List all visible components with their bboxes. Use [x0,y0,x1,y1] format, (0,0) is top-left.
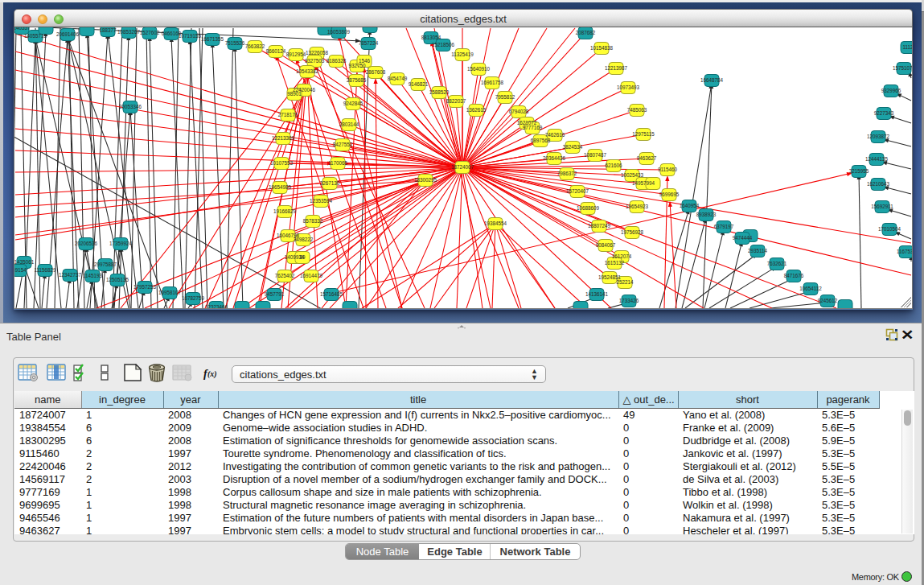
svg-text:20364436: 20364436 [543,155,566,161]
svg-text:9457791: 9457791 [265,291,285,297]
svg-text:16782759: 16782759 [182,295,205,301]
svg-text:8813054: 8813054 [421,35,441,40]
svg-text:8186328: 8186328 [326,58,347,64]
svg-text:8454749: 8454749 [388,76,408,81]
svg-text:15218506: 15218506 [432,42,455,47]
svg-text:12353594: 12353594 [310,198,333,204]
svg-text:932750: 932750 [348,63,366,68]
svg-text:9463627: 9463627 [637,155,657,161]
svg-text:9084067: 9084067 [596,242,616,248]
svg-text:1640954: 1640954 [680,203,700,208]
svg-text:6897568: 6897568 [531,138,551,143]
svg-text:1170065: 1170065 [328,160,348,166]
svg-text:1588520: 1588520 [429,89,450,95]
svg-text:11156829: 11156829 [34,267,56,273]
svg-text:(x): (x) [207,369,217,379]
svg-text:98901: 98901 [287,91,302,97]
svg-text:188377: 188377 [99,27,117,33]
svg-text:12323466: 12323466 [205,304,228,309]
svg-text:8578332: 8578332 [303,218,323,224]
svg-text:7462616: 7462616 [545,132,565,138]
svg-text:16053809: 16053809 [327,29,351,35]
svg-text:15751074: 15751074 [893,65,912,71]
svg-text:14957994: 14957994 [632,180,655,186]
svg-text:12213987: 12213987 [605,65,628,71]
svg-text:2803144: 2803144 [339,122,359,127]
svg-text:3875685: 3875685 [347,77,367,83]
svg-text:10154838: 10154838 [590,45,614,51]
svg-text:8822037: 8822037 [446,98,466,104]
svg-text:16210643: 16210643 [867,181,890,187]
svg-text:9329966: 9329966 [881,88,901,93]
svg-text:621606: 621606 [605,163,622,168]
svg-text:10107553: 10107553 [270,160,294,166]
svg-text:18300295: 18300295 [414,177,437,183]
svg-text:9146821: 9146821 [409,81,429,87]
svg-text:15640910: 15640910 [467,66,491,72]
svg-text:3267130: 3267130 [320,180,340,186]
svg-text:252214: 252214 [616,279,634,285]
svg-text:2867608: 2867608 [366,69,386,75]
svg-text:7485063: 7485063 [627,107,647,113]
svg-text:13226058: 13226058 [306,50,329,56]
svg-text:1435061: 1435061 [14,259,35,265]
svg-text:3498222: 3498222 [294,237,314,242]
svg-text:1362615: 1362615 [466,107,487,113]
svg-text:9115460: 9115460 [658,167,678,172]
svg-text:1615132: 1615132 [605,260,625,266]
svg-text:20691406: 20691406 [56,31,80,37]
svg-text:12975115: 12975115 [632,131,655,137]
svg-text:39154: 39154 [14,267,27,273]
svg-text:1733426: 1733426 [619,298,639,303]
svg-text:2718176: 2718176 [278,112,298,117]
svg-text:10958107: 10958107 [158,290,182,295]
svg-text:8471676: 8471676 [784,273,804,278]
svg-text:140557: 140557 [14,27,31,31]
svg-text:10688609: 10688609 [577,205,600,211]
svg-text:12213369: 12213369 [272,135,295,141]
svg-text:15692911: 15692911 [871,204,893,209]
svg-text:17010504: 17010504 [878,226,901,232]
svg-text:7632621: 7632621 [767,261,787,266]
svg-text:12444135: 12444135 [865,156,889,162]
svg-text:2087682: 2087682 [576,30,596,35]
svg-text:12505135: 12505135 [106,277,129,282]
svg-text:7857224: 7857224 [359,40,379,46]
svg-text:8912954: 8912954 [286,51,306,57]
svg-text:11325419: 11325419 [451,51,474,57]
svg-text:3824534: 3824534 [563,144,583,150]
svg-text:16648784: 16648784 [700,77,724,83]
svg-text:10853267: 10853267 [117,29,141,35]
svg-text:17957253: 17957253 [133,284,157,290]
svg-text:19654923: 19654923 [626,204,649,209]
svg-text:8660124: 8660124 [266,48,286,54]
svg-text:12093872: 12093872 [867,134,890,139]
svg-text:9474444: 9474444 [733,235,753,241]
svg-text:19654985: 19654985 [269,184,292,190]
svg-text:7625402: 7625402 [275,273,295,278]
svg-text:6794028: 6794028 [509,109,529,114]
svg-text:6379197: 6379197 [714,224,734,229]
svg-text:8938923: 8938923 [696,212,717,217]
svg-text:10654112: 10654112 [799,286,822,291]
svg-text:7663822: 7663822 [245,43,265,49]
svg-text:16671355: 16671355 [201,36,224,42]
svg-text:9245612: 9245612 [818,298,838,303]
svg-text:1145193: 1145193 [83,273,103,278]
svg-text:18724007: 18724007 [451,164,474,170]
svg-text:10719155: 10719155 [179,33,202,39]
svg-text:10025433: 10025433 [621,172,644,178]
svg-text:1612074: 1612074 [612,253,632,259]
svg-text:1167533: 1167533 [897,249,912,254]
svg-text:15720407: 15720407 [566,188,589,194]
svg-text:1112: 1112 [902,44,912,50]
svg-text:1546: 1546 [359,58,371,64]
svg-text:16961758: 16961758 [481,80,504,85]
svg-text:10807487: 10807487 [584,152,607,158]
svg-text:19384554: 19384554 [484,220,507,226]
svg-text:10973493: 10973493 [617,84,640,90]
svg-text:15716485: 15716485 [320,291,343,297]
svg-text:9242845: 9242845 [343,101,363,106]
svg-text:12342737: 12342737 [59,272,82,278]
svg-text:17359924: 17359924 [109,241,133,246]
